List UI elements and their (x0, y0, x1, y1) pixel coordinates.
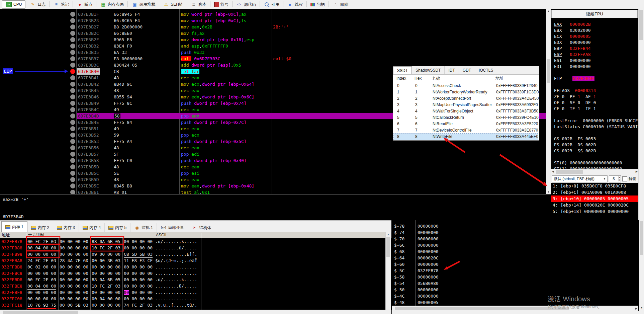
stack-arg-row[interactable]: 1: [ebp+8] 035B0CF8 035B0CF8 (551, 183, 638, 189)
disasm-row[interactable]: 6D7E3B2F8965 E8mov dword ptr [ebp-0x18],… (0, 36, 546, 43)
segment-row[interactable]: GS 002B FS 0053 (554, 136, 638, 142)
notes-button[interactable]: 笔记 (50, 1, 72, 8)
tab-memory-1[interactable]: 内存 1 (1, 221, 27, 232)
ssdt-header-3[interactable]: 地址 (495, 75, 503, 82)
breakpoint-dot[interactable] (70, 171, 75, 176)
eip-breakpoint-dot[interactable] (70, 69, 75, 74)
ssdt-tab-gdt[interactable]: GDT (459, 66, 475, 74)
trace-button[interactable]: 跟踪 (329, 1, 352, 8)
flags-row[interactable]: OF 0 SF 0 DF 0 (554, 100, 638, 105)
disasm-row[interactable]: 6D7E3B5D48dec eax (0, 176, 546, 183)
register-hscrollbar[interactable]: ◀ ▶ (551, 169, 638, 175)
disasm-row[interactable]: 6D7E3B5E8B45 B8mov eax,dword ptr [ebp-0x… (0, 183, 546, 189)
scroll-down-icon[interactable]: ▼ (546, 190, 551, 194)
disasm-row[interactable]: 6D7E3B5C5Epop esi (0, 170, 546, 176)
call-stack-button[interactable]: 调用堆栈 (128, 1, 159, 8)
memory-dump-panel[interactable]: 地址 十六进制 ASCII 032FFB7800 FC 2F 0300 00 0… (0, 232, 391, 314)
dump-row[interactable]: 032FFBA824 FC 2F 0328 4A 7E 6D00 00 3B 0… (0, 257, 385, 264)
disasm-row[interactable]: 6D7E3B356A 33push 0x33 (0, 49, 546, 56)
breakpoint-dot[interactable] (70, 12, 75, 17)
references-button[interactable]: 引用 (260, 1, 283, 8)
dump-row[interactable]: 032FFC1810 76 93 7500 00 5B 0300 00 00 0… (0, 302, 385, 308)
unlock-checkbox[interactable] (622, 176, 627, 181)
stack-row[interactable]: $-7400000000 (392, 229, 644, 236)
stepper-down-icon[interactable]: ▼ (619, 179, 621, 181)
ssdt-row[interactable]: 11NtWorkerFactoryWorkerReady0xFFFFF80339… (394, 89, 538, 95)
ssdt-header-0[interactable]: Index (396, 75, 406, 82)
ssdt-row[interactable]: 66NtReadFile0xFFFFF8033A3E5220 (394, 121, 538, 127)
flags-row[interactable]: CF 0 TF 1 IF 1 (554, 106, 638, 111)
stack-arg-row[interactable]: 3: [ebp+10] 00000005 00000005 (551, 195, 638, 202)
breakpoint-dot[interactable] (70, 113, 75, 119)
hide-fpu-button[interactable]: 隐藏FPU (551, 10, 638, 18)
dump-row[interactable]: 032FFBF800 00 00 0000 00 00 0000 00 00 0… (0, 289, 385, 296)
stack-arg-row[interactable]: 2: [ebp+C] 001A0008 001A0008 (551, 189, 638, 195)
stack-row[interactable]: $-4800000005 (392, 299, 644, 306)
script-button[interactable]: 脚本 (187, 1, 210, 8)
scrollbar-thumb[interactable] (3, 311, 78, 314)
breakpoint-dot[interactable] (70, 94, 75, 99)
ssdt-header-2[interactable]: 名称 (432, 75, 440, 82)
disasm-row[interactable]: 6D7E3B575Fpop edi (0, 151, 546, 157)
ssdt-row[interactable]: 00NtAccessCheck0xFFFFF80339F12340 (394, 83, 538, 89)
breakpoint-dot[interactable] (70, 31, 75, 36)
stepper-up-icon[interactable]: ▲ (619, 176, 621, 179)
args-count-stepper[interactable]: 5 ▲▼ (609, 175, 621, 182)
tab-memory-3[interactable]: 内存 3 (53, 223, 79, 232)
tab-struct[interactable]: 结构体 (188, 223, 215, 232)
register-row-edx[interactable]: EDX 00000000 (554, 40, 638, 45)
dump-row[interactable]: 032FFBE800 04 00 0000 00 00 0010 FC 2F 0… (0, 283, 385, 289)
disasm-row[interactable]: 6D7E3B5B48dec eax (0, 164, 546, 170)
log-button[interactable]: 日志 (26, 1, 49, 8)
register-row-esp[interactable]: ESP 032FFAA8 (554, 52, 638, 57)
breakpoint-dot[interactable] (70, 50, 75, 55)
scrollbar-thumb[interactable] (639, 10, 643, 40)
status-row-laststatus[interactable]: LastStatus C0000100 (STATUS_VARI (554, 124, 638, 130)
stack-row[interactable]: $-54056B0A80 (392, 280, 644, 287)
breakpoint-dot[interactable] (70, 107, 75, 112)
register-scrollbar[interactable] (638, 9, 644, 220)
symbols-button[interactable]: 符号 (211, 1, 232, 8)
breakpoint-dot[interactable] (70, 152, 75, 157)
ssdt-row[interactable]: 33NtMapUserPhysicalPagesScatter0xFFFFF80… (394, 102, 538, 108)
stack-row[interactable]: $-5000000000 (392, 287, 644, 293)
tab-locals[interactable]: 局部变量 (157, 223, 188, 232)
stack-row[interactable]: $-6000000000 (392, 261, 644, 267)
ssdt-row[interactable]: 44NtWaitForSingleObject0xFFFFF8033A3F3B5… (394, 108, 538, 114)
breakpoint-dot[interactable] (70, 164, 75, 169)
stack-row[interactable]: $-7000000000 (392, 236, 644, 242)
breakpoint-dot[interactable] (70, 101, 75, 106)
stack-row[interactable]: $-6C00000000 (392, 242, 644, 248)
disasm-row[interactable]: 6D7E3B2C66:8EE0mov fs,ax (0, 30, 546, 36)
segment-row[interactable]: ES 002B DS 002B (554, 142, 638, 148)
stack-arg-row[interactable]: 5: [ebp+18] 00000000 00000000 (551, 208, 638, 215)
register-row-esi[interactable]: ESI 00000000 (554, 58, 638, 63)
memory-map-button[interactable]: 内存布局 (97, 1, 127, 8)
scrollbar-thumb[interactable] (640, 221, 643, 255)
stack-arg-row[interactable]: 4: [ebp+14] 0000020C 0000020C (551, 202, 638, 208)
stack-panel[interactable]: $-7800000000$-7400000000$-7000000000$-6C… (392, 220, 644, 314)
dump-row[interactable]: 032FFB7800 FC 2F 0300 00 00 0088 0A 6B 0… (0, 238, 385, 245)
tab-memory-2[interactable]: 内存 2 (27, 223, 53, 232)
stack-row[interactable]: $-5800000000 (392, 274, 644, 280)
breakpoint-dot[interactable] (70, 145, 75, 150)
dump-row[interactable]: 032FFBB80C 02 00 0000 00 00 0000 00 00 0… (0, 264, 385, 270)
register-row-ebx[interactable]: EBX 03002000 (554, 27, 638, 33)
tab-watch-1[interactable]: 监视 1 (130, 223, 157, 232)
breakpoint-dot[interactable] (70, 139, 75, 144)
stack-vscrollbar[interactable]: ▼ (639, 220, 644, 311)
source-button[interactable]: 源代码 (233, 1, 259, 8)
tab-memory-5[interactable]: 内存 5 (105, 223, 130, 232)
breakpoint-dot[interactable] (70, 44, 75, 49)
tab-memory-4[interactable]: 内存 4 (79, 223, 105, 232)
breakpoint-dot[interactable] (70, 24, 75, 29)
scrollbar-thumb[interactable] (547, 59, 550, 83)
ssdt-row[interactable]: 22NtAcceptConnectPort0xFFFFF8033A4DE450 (394, 95, 538, 102)
stack-row[interactable]: $-7800000000 (392, 223, 644, 229)
stack-row[interactable]: $-6800000000 (392, 248, 644, 255)
register-row-eflags[interactable]: EFLAGS 00000314 (554, 88, 638, 93)
register-row-ebp[interactable]: EBP 032FFB44 (554, 46, 638, 51)
disasm-row[interactable]: 6D7E3B37E8 00000000call 0x6D7E3B3Ccall $… (0, 56, 546, 62)
breakpoint-dot[interactable] (70, 183, 75, 188)
dump-row[interactable]: 032FFB9800 00 00 0000 00 00 0009 00 00 0… (0, 251, 385, 257)
